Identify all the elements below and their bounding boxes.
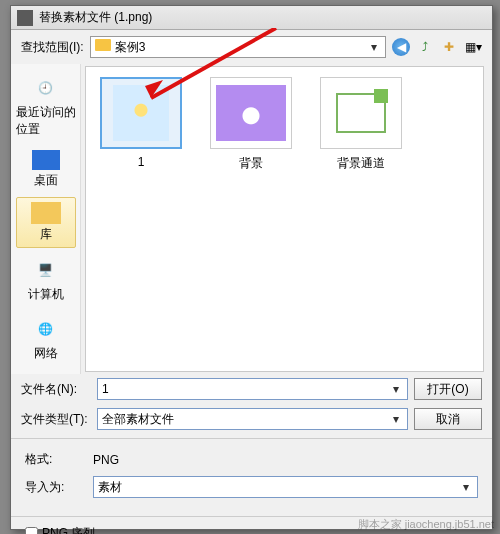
thumbnail <box>320 77 402 149</box>
chevron-down-icon: ▾ <box>459 480 473 494</box>
file-label: 背景通道 <box>337 155 385 172</box>
open-button[interactable]: 打开(O) <box>414 378 482 400</box>
file-item-1[interactable]: 1 <box>96 77 186 169</box>
new-folder-icon[interactable]: ✚ <box>440 38 458 56</box>
filetype-select[interactable]: 全部素材文件▾ <box>97 408 408 430</box>
filetype-value: 全部素材文件 <box>102 411 174 428</box>
place-library[interactable]: 库 <box>16 197 76 248</box>
place-computer[interactable]: 🖥️计算机 <box>16 252 76 307</box>
filename-row: 文件名(N): 1▾ 打开(O) <box>11 374 492 404</box>
library-icon <box>31 202 61 224</box>
place-desktop[interactable]: 桌面 <box>16 146 76 193</box>
place-recent[interactable]: 🕘最近访问的位置 <box>16 70 76 142</box>
format-value: PNG <box>93 453 119 467</box>
importas-label: 导入为: <box>25 479 85 496</box>
nav-icons: ◀ ⤴ ✚ ▦▾ <box>392 38 482 56</box>
thumbnail <box>210 77 292 149</box>
chevron-down-icon: ▾ <box>367 40 381 54</box>
lookin-label: 查找范围(I): <box>21 39 84 56</box>
app-icon <box>17 10 33 26</box>
place-label: 最近访问的位置 <box>16 104 76 138</box>
importas-value: 素材 <box>98 479 122 496</box>
recent-icon: 🕘 <box>30 74 62 102</box>
importas-row: 导入为: 素材▾ <box>25 472 478 502</box>
up-icon[interactable]: ⤴ <box>416 38 434 56</box>
thumbnail <box>100 77 182 149</box>
place-network[interactable]: 🌐网络 <box>16 311 76 366</box>
filetype-label: 文件类型(T): <box>21 411 91 428</box>
file-label: 1 <box>138 155 145 169</box>
lookin-row: 查找范围(I): 案例3 ▾ ◀ ⤴ ✚ ▦▾ <box>11 30 492 64</box>
desktop-icon <box>32 150 60 170</box>
file-label: 背景 <box>239 155 263 172</box>
cancel-button[interactable]: 取消 <box>414 408 482 430</box>
filetype-row: 文件类型(T): 全部素材文件▾ 取消 <box>11 404 492 434</box>
place-label: 网络 <box>34 345 58 362</box>
lower-panel: 格式: PNG 导入为: 素材▾ <box>11 438 492 510</box>
filename-value: 1 <box>102 382 109 396</box>
format-row: 格式: PNG <box>25 447 478 472</box>
lookin-combo[interactable]: 案例3 ▾ <box>90 36 386 58</box>
view-menu-icon[interactable]: ▦▾ <box>464 38 482 56</box>
checkbox-label: PNG 序列 <box>42 525 95 534</box>
watermark: 脚本之家 jiaocheng.jb51.net <box>358 517 494 532</box>
window-title: 替换素材文件 (1.png) <box>39 9 152 26</box>
importas-select[interactable]: 素材▾ <box>93 476 478 498</box>
place-label: 桌面 <box>34 172 58 189</box>
titlebar[interactable]: 替换素材文件 (1.png) <box>11 6 492 30</box>
back-icon[interactable]: ◀ <box>392 38 410 56</box>
file-item-bgchannel[interactable]: 背景通道 <box>316 77 406 172</box>
file-item-background[interactable]: 背景 <box>206 77 296 172</box>
format-label: 格式: <box>25 451 85 468</box>
body: 🕘最近访问的位置 桌面 库 🖥️计算机 🌐网络 1 背景 背景通道 <box>11 64 492 374</box>
places-bar: 🕘最近访问的位置 桌面 库 🖥️计算机 🌐网络 <box>11 64 81 374</box>
chevron-down-icon: ▾ <box>389 412 403 426</box>
network-icon: 🌐 <box>30 315 62 343</box>
replace-footage-dialog: 替换素材文件 (1.png) 查找范围(I): 案例3 ▾ ◀ ⤴ ✚ ▦▾ 🕘… <box>10 5 493 530</box>
file-area[interactable]: 1 背景 背景通道 <box>85 66 484 372</box>
folder-icon <box>95 39 111 51</box>
checkbox[interactable] <box>25 527 38 534</box>
chevron-down-icon: ▾ <box>389 382 403 396</box>
place-label: 库 <box>40 226 52 243</box>
filename-label: 文件名(N): <box>21 381 91 398</box>
place-label: 计算机 <box>28 286 64 303</box>
filename-input[interactable]: 1▾ <box>97 378 408 400</box>
lookin-folder: 案例3 <box>115 40 146 54</box>
computer-icon: 🖥️ <box>30 256 62 284</box>
